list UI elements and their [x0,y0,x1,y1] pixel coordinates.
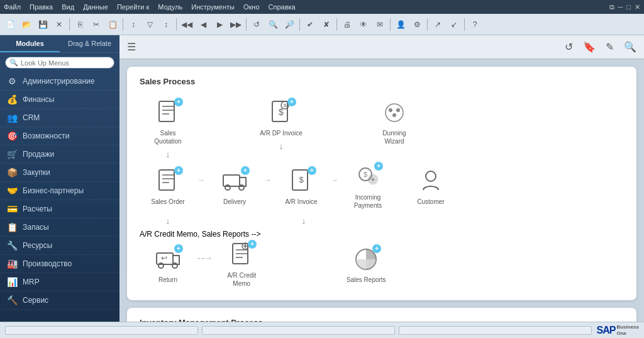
arrow-order-down: ↓ [166,216,170,226]
toolbar-config[interactable]: ⚙ [409,17,425,32]
delivery-icon: + [221,167,248,195]
sep7 [390,18,391,31]
svg-text:$: $ [299,175,304,184]
node-ar-dp-invoice[interactable]: $$ + A/R DP Invoice [253,96,309,140]
node-customer[interactable]: Customer [402,165,459,208]
arrow-ar-dp-down: ↓ [279,141,284,151]
svg-point-10 [396,108,400,112]
node-sales-quotation[interactable]: + SalesQuotation [140,96,196,148]
toolbar-print[interactable]: 🖨 [340,17,355,32]
toolbar-check[interactable]: ✔ [303,17,318,32]
menu-data[interactable]: Данные [83,3,108,11]
window-tile[interactable]: ⧉ [609,3,614,11]
node-sales-order[interactable]: + Sales Order [140,165,196,208]
svg-text:$: $ [364,171,367,178]
node-return[interactable]: ↩ + Return [140,243,196,286]
search-input[interactable] [21,59,96,67]
sidebar-item-admin[interactable]: ⚙ Администрирование [0,72,119,91]
toolbar-paste[interactable]: 📋 [105,17,120,32]
node-sales-reports[interactable]: + Sales Reports [338,243,394,286]
menu-tools[interactable]: Инструменты [191,3,235,11]
menu-file[interactable]: Файл [4,3,21,11]
sidebar-item-finance[interactable]: 💰 Финансы [0,91,119,109]
hamburger-menu[interactable]: ☰ [127,41,136,53]
toolbar-preview[interactable]: 👁 [356,17,371,32]
toolbar-filter[interactable]: ▽ [142,17,157,32]
search-content-icon[interactable]: 🔍 [624,41,636,53]
window-maximize[interactable]: □ [626,3,631,11]
dunning-wizard-icon [380,99,408,127]
toolbar-fwd[interactable]: ▶ [212,17,227,32]
sep9 [464,18,465,31]
sep6 [336,18,337,31]
sidebar-item-sales-label: Продажи [23,150,54,159]
toolbar-cancel-doc[interactable]: ✘ [319,17,334,32]
menu-window[interactable]: Окно [243,3,260,11]
sidebar-item-crm[interactable]: 👥 CRM [0,109,119,127]
toolbar-copy[interactable]: ⎘ [72,17,87,32]
inventory-icon: 📋 [6,222,18,232]
menu-help[interactable]: Справка [269,3,296,11]
toolbar-new[interactable]: 📄 [3,17,18,32]
tab-modules[interactable]: Modules [0,35,60,52]
svg-text:+: + [371,176,375,183]
bookmark-icon[interactable]: 🔖 [583,41,596,53]
toolbar-next[interactable]: ▶▶ [228,17,243,32]
menu-module[interactable]: Модуль [158,3,182,11]
toolbar-search[interactable]: 🔍 [265,17,280,32]
svg-text:↩: ↩ [161,254,167,262]
svg-text:$: $ [284,103,287,108]
svg-point-9 [389,108,392,112]
node-delivery[interactable]: + Delivery [206,165,263,208]
content-area: ☰ ↺ 🔖 ✎ 🔍 Sales Process [119,35,644,322]
toolbar-open[interactable]: 📂 [19,17,34,32]
sidebar-item-production[interactable]: 🏭 Производство [0,255,119,273]
sidebar-item-inventory[interactable]: 📋 Запасы [0,218,119,237]
admin-icon: ⚙ [6,76,18,86]
menu-view[interactable]: Вид [62,3,74,11]
mrp-icon: 📊 [6,277,18,287]
sidebar-item-payments[interactable]: 💳 Расчеты [0,200,119,218]
toolbar-sort[interactable]: ↕ [158,17,174,32]
toolbar-find[interactable]: 🔎 [282,17,297,32]
refresh-icon[interactable]: ↺ [565,41,573,53]
purchases-icon: 📦 [6,167,18,177]
node-ar-invoice[interactable]: $ + A/R Invoice [273,165,330,208]
menu-goto[interactable]: Перейти к [117,3,149,11]
window-minimize[interactable]: ─ [618,3,623,11]
toolbar-import[interactable]: ↙ [447,17,462,32]
tab-drag-relate[interactable]: Drag & Relate [60,35,119,52]
inventory-process-title: Inventory Management Process [140,318,624,322]
node-ar-credit-memo[interactable]: + A/R CreditMemo [213,239,270,290]
sidebar-item-service[interactable]: 🔨 Сервис [0,291,119,310]
toolbar-export[interactable]: ↗ [430,17,445,32]
sidebar-item-sales[interactable]: 🛒 Продажи [0,145,119,164]
toolbar-back[interactable]: ◀ [196,17,211,32]
main-layout: Modules Drag & Relate 🔍 ⚙ Администрирова… [0,35,644,322]
sidebar-item-mrp[interactable]: 📊 MRP [0,273,119,291]
toolbar-prev[interactable]: ◀◀ [179,17,194,32]
sales-reports-badge: + [372,244,381,253]
edit-icon[interactable]: ✎ [606,41,614,53]
node-incoming-payments[interactable]: $+ + IncomingPayments [340,161,396,212]
toolbar-help[interactable]: ? [467,17,482,32]
return-badge: + [174,244,183,253]
sidebar-item-purchases[interactable]: 📦 Закупки [0,164,119,182]
incoming-payments-icon: $+ + [354,163,382,191]
toolbar-refresh[interactable]: ↺ [249,17,264,32]
toolbar-move[interactable]: ↕ [126,17,141,32]
sidebar-item-opportunities[interactable]: 🎯 Возможности [0,127,119,145]
window-close[interactable]: ✕ [635,3,640,11]
toolbar-delete[interactable]: ✕ [52,17,67,32]
status-seg-3 [399,326,592,335]
toolbar-save[interactable]: 💾 [35,17,50,32]
toolbar-cut[interactable]: ✂ [89,17,104,32]
node-dunning-wizard[interactable]: DunningWizard [366,96,423,148]
ar-credit-memo-label: A/R CreditMemo [227,271,256,288]
toolbar-email[interactable]: ✉ [372,17,387,32]
menu-edit[interactable]: Правка [30,3,53,11]
sidebar-item-partners[interactable]: 🤝 Бизнес-партнеры [0,182,119,200]
sidebar-item-resources[interactable]: 🔧 Ресурсы [0,237,119,255]
toolbar-user[interactable]: 👤 [393,17,408,32]
search-box: 🔍 [5,57,114,69]
